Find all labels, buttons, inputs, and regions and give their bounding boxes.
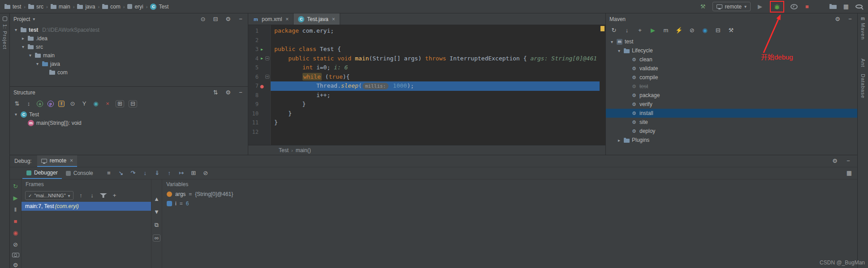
run-button[interactable]: ▶ xyxy=(756,3,764,10)
variable-row[interactable]: i=6 xyxy=(162,199,857,208)
hide-panel-icon[interactable]: − xyxy=(237,89,244,96)
search-everywhere-icon[interactable] xyxy=(855,4,863,9)
code-line[interactable]: } xyxy=(274,109,600,119)
chevron-expanded-icon[interactable]: ▾ xyxy=(617,48,622,53)
breadcrumb-item[interactable]: test xyxy=(4,4,22,10)
view-breakpoints-icon[interactable]: ◉ xyxy=(12,230,19,237)
tree-item[interactable]: clean xyxy=(606,55,857,64)
tool-stripe-button[interactable]: Database xyxy=(860,74,866,98)
debug-session-tab[interactable]: remote × xyxy=(37,155,77,167)
filter-frames-icon[interactable] xyxy=(100,193,107,198)
restore-layout-icon[interactable]: ▦ xyxy=(846,170,853,177)
profiler-icon[interactable] xyxy=(790,4,798,9)
previous-frame-icon[interactable]: ↑ xyxy=(78,192,85,199)
expand-node-icon[interactable]: ◉ xyxy=(92,100,99,107)
breadcrumb-item[interactable]: Test xyxy=(278,147,289,153)
settings-gear-icon[interactable]: ⚙ xyxy=(831,157,838,165)
debug-view-tab[interactable]: Console xyxy=(62,167,97,179)
collapse-all-icon[interactable]: ⊟ xyxy=(714,27,721,34)
step-out-icon[interactable]: ↑ xyxy=(166,170,173,177)
tree-item[interactable]: ▾src xyxy=(10,43,248,51)
chevron-collapsed-icon[interactable]: ▸ xyxy=(617,138,622,143)
code-line[interactable]: while (true){ xyxy=(274,72,600,82)
chevron-expanded-icon[interactable]: ▾ xyxy=(13,112,18,117)
code-line[interactable]: int i=0; i: 6 xyxy=(274,63,600,72)
sort-icon[interactable]: ⇅ xyxy=(212,89,219,96)
locate-file-icon[interactable]: ⊙ xyxy=(199,16,207,23)
tree-item[interactable]: ▸.idea xyxy=(10,34,248,43)
next-frame-icon[interactable]: ↓ xyxy=(89,192,96,199)
layout-settings-icon[interactable]: ≡ xyxy=(105,170,112,177)
debug-button[interactable] xyxy=(773,3,781,10)
code-line[interactable] xyxy=(274,36,600,45)
editor-tab[interactable]: Test.java× xyxy=(294,13,340,25)
hide-panel-icon[interactable]: − xyxy=(237,16,244,23)
stop-button[interactable]: ■ xyxy=(803,3,811,10)
hide-panel-icon[interactable]: − xyxy=(845,157,852,165)
tree-item[interactable]: install xyxy=(606,109,857,118)
show-inherited-icon[interactable]: Y xyxy=(81,100,88,107)
add-maven-project-icon[interactable]: + xyxy=(636,27,643,34)
breadcrumb-item[interactable]: java xyxy=(76,4,96,10)
watch-return-values-icon[interactable]: ∞ xyxy=(153,234,160,242)
run-config-dropdown[interactable]: remote ▾ xyxy=(713,2,751,11)
chevron-down-icon[interactable]: ▾ xyxy=(33,17,35,21)
tree-item[interactable]: ▾main xyxy=(10,51,248,60)
add-watch-icon[interactable]: + xyxy=(111,192,118,199)
debug-view-tab[interactable]: Debugger xyxy=(22,167,62,179)
tree-item[interactable]: ▸Plugins xyxy=(606,136,857,145)
close-tab-icon[interactable]: × xyxy=(70,157,73,164)
hide-panel-icon[interactable]: − xyxy=(846,16,854,23)
close-tab-icon[interactable]: × xyxy=(332,16,335,22)
tool-stripe-button[interactable]: mMaven xyxy=(860,16,866,40)
breakpoint-icon[interactable]: ● xyxy=(259,83,265,89)
breadcrumb-item[interactable]: Test xyxy=(149,4,169,10)
view-breakpoints-icon[interactable]: ⊞ xyxy=(190,170,197,177)
toggle-offline-icon[interactable]: ⚡ xyxy=(675,27,682,34)
settings-gear-icon[interactable]: ⚙ xyxy=(12,262,19,268)
scroll-down-icon[interactable]: ▼ xyxy=(153,208,160,216)
editor-tab[interactable]: pom.xml× xyxy=(248,13,294,25)
show-dependencies-icon[interactable]: ◉ xyxy=(701,27,708,34)
reimport-maven-icon[interactable]: ↻ xyxy=(610,27,618,34)
stack-frame-row[interactable]: main:7, Test (com.eryi) xyxy=(22,202,151,211)
fold-marker[interactable]: − xyxy=(265,56,269,60)
tree-item[interactable]: ▾java xyxy=(10,60,248,68)
code-line[interactable]: public static void main(String[] args) t… xyxy=(274,54,600,64)
step-over-icon[interactable]: ↷ xyxy=(130,170,137,177)
project-tool-icon[interactable] xyxy=(3,17,7,21)
mute-breakpoints-icon[interactable]: ⊘ xyxy=(12,241,19,248)
fold-marker[interactable]: − xyxy=(265,75,269,79)
chevron-expanded-icon[interactable]: ▾ xyxy=(13,27,18,32)
tree-item[interactable]: ▾testD:\IDEAWorkSpace\test xyxy=(10,26,248,34)
tree-item[interactable]: ▾Lifecycle xyxy=(606,46,857,55)
run-to-cursor-icon[interactable]: ↦ xyxy=(178,170,185,177)
breadcrumb-item[interactable]: com xyxy=(101,4,121,10)
remove-icon[interactable]: × xyxy=(104,100,111,107)
scroll-up-icon[interactable]: ▲ xyxy=(153,196,160,203)
warning-stripe-mark[interactable] xyxy=(600,26,605,31)
breadcrumb-item[interactable]: main() xyxy=(295,147,312,153)
step-into-icon[interactable]: ↓ xyxy=(142,170,149,177)
show-properties-icon[interactable]: p xyxy=(48,101,54,107)
stop-icon[interactable]: ■ xyxy=(12,218,19,225)
download-sources-icon[interactable]: ↓ xyxy=(623,27,630,34)
autoscroll-to-source-icon[interactable]: ⊞ xyxy=(116,100,124,107)
tree-item[interactable]: deploy xyxy=(606,127,857,136)
skip-tests-icon[interactable]: ⊘ xyxy=(688,27,695,34)
project-stripe-label[interactable]: 1: Project xyxy=(2,24,8,49)
pause-icon[interactable]: ‖ xyxy=(12,206,19,213)
tree-item[interactable]: validate xyxy=(606,64,857,73)
execute-maven-goal-icon[interactable]: m xyxy=(662,27,669,34)
chevron-expanded-icon[interactable]: ▾ xyxy=(609,39,614,44)
copy-value-icon[interactable]: ⧉ xyxy=(153,221,160,229)
tree-item[interactable]: site xyxy=(606,118,857,127)
chevron-expanded-icon[interactable]: ▾ xyxy=(21,44,26,49)
code-line[interactable]: public class Test { xyxy=(274,45,600,54)
run-gutter-icon[interactable]: ▶ xyxy=(259,56,265,60)
code-line[interactable]: i++; xyxy=(274,91,600,100)
tree-item[interactable]: verify xyxy=(606,100,857,109)
thread-dropdown[interactable]: ✓ "mai...NNING" ▾ xyxy=(25,191,73,200)
chevron-expanded-icon[interactable]: ▾ xyxy=(28,53,33,58)
autoscroll-from-source-icon[interactable]: ⊟ xyxy=(129,100,137,107)
